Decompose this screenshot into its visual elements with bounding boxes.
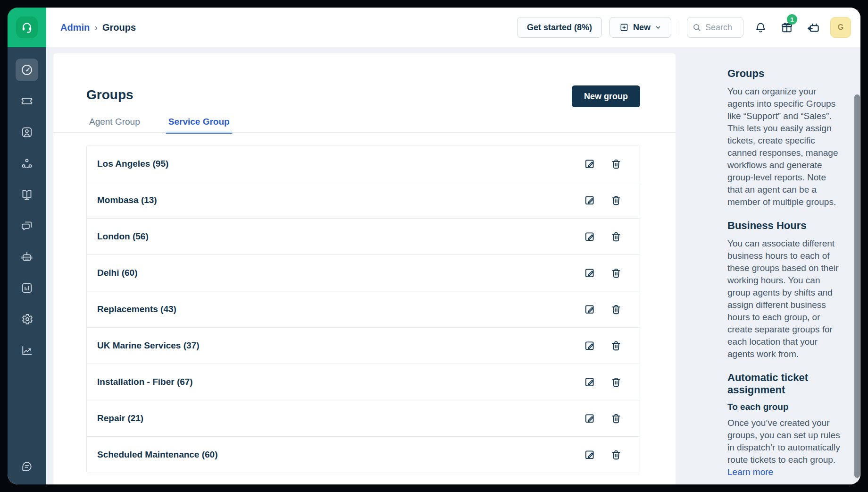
search-icon xyxy=(692,23,701,32)
group-name: Replacements (43) xyxy=(97,304,176,314)
row-actions xyxy=(583,303,623,316)
analytics-line-chart-icon xyxy=(20,344,33,357)
edit-icon[interactable] xyxy=(583,194,596,207)
row-actions xyxy=(583,230,623,243)
help-groups-body: You can organize your agents into specif… xyxy=(727,85,843,208)
get-started-button[interactable]: Get started (8%) xyxy=(517,17,602,38)
group-row[interactable]: Scheduled Maintenance (60) xyxy=(87,436,640,473)
trash-icon[interactable] xyxy=(609,230,623,243)
trash-icon[interactable] xyxy=(609,339,623,352)
trash-icon[interactable] xyxy=(609,303,623,316)
group-row[interactable]: Repair (21) xyxy=(87,400,640,436)
edit-icon[interactable] xyxy=(583,448,596,461)
help-groups-title: Groups xyxy=(727,68,843,80)
group-row[interactable]: Replacements (43) xyxy=(87,291,640,327)
dashboard-gauge-icon xyxy=(20,63,33,76)
breadcrumb-admin-link[interactable]: Admin xyxy=(60,22,90,33)
forums-chat-icon xyxy=(20,219,33,232)
sidebar-item-forums[interactable] xyxy=(16,214,38,237)
help-panel: Groups You can organize your agents into… xyxy=(714,53,847,484)
trash-icon[interactable] xyxy=(609,412,623,425)
content-area: Groups New group Agent Group Service Gro… xyxy=(46,47,860,484)
help-each-group-title: To each group xyxy=(727,402,843,412)
row-actions xyxy=(583,157,623,170)
admin-gear-icon xyxy=(20,313,33,326)
trash-icon[interactable] xyxy=(609,194,623,207)
contacts-icon xyxy=(20,126,33,139)
edit-icon[interactable] xyxy=(583,230,596,243)
bell-icon xyxy=(754,21,767,34)
learn-more-link[interactable]: Learn more xyxy=(727,467,773,477)
sidebar-item-contacts[interactable] xyxy=(16,121,38,144)
new-group-button[interactable]: New group xyxy=(572,85,640,107)
ticket-icon xyxy=(20,94,33,108)
group-name: UK Marine Services (37) xyxy=(97,340,200,351)
switcher-button[interactable] xyxy=(804,18,823,37)
sidebar-item-reports[interactable] xyxy=(16,277,38,299)
group-row[interactable]: London (56) xyxy=(87,218,640,254)
sidebar-item-solutions[interactable] xyxy=(16,183,38,206)
group-list: Los Angeles (95) xyxy=(86,145,640,473)
trash-icon[interactable] xyxy=(609,375,623,389)
freshdesk-logo[interactable] xyxy=(8,8,46,47)
tab-bar: Agent Group Service Group xyxy=(86,114,233,134)
sidebar-item-bots[interactable] xyxy=(16,246,38,268)
reports-bar-chart-icon xyxy=(20,281,33,295)
trash-icon[interactable] xyxy=(609,448,623,461)
edit-icon[interactable] xyxy=(583,339,596,352)
new-dropdown-button[interactable]: New xyxy=(609,17,671,38)
edit-icon[interactable] xyxy=(583,157,596,170)
tab-divider xyxy=(53,132,676,133)
group-row[interactable]: Los Angeles (95) xyxy=(87,145,640,182)
edit-icon[interactable] xyxy=(583,375,596,389)
solutions-book-icon xyxy=(20,188,33,201)
breadcrumb: Admin › Groups xyxy=(60,22,136,33)
help-each-group-text: Once you’ve created your groups, you can… xyxy=(727,418,840,465)
sidebar-item-admin[interactable] xyxy=(16,308,38,331)
get-started-label: Get started (8%) xyxy=(527,23,592,33)
sidebar-item-help-widget[interactable] xyxy=(16,455,38,478)
tab-service-group[interactable]: Service Group xyxy=(166,114,233,134)
group-row[interactable]: Installation - Fiber (67) xyxy=(87,364,640,400)
sidebar-item-tickets[interactable] xyxy=(16,90,38,112)
group-row[interactable]: Delhi (60) xyxy=(87,254,640,291)
group-name: Los Angeles (95) xyxy=(97,159,168,169)
headset-icon xyxy=(16,17,38,38)
help-auto-title: Automatic ticket assignment xyxy=(727,372,843,396)
group-name: Scheduled Maintenance (60) xyxy=(97,450,218,460)
help-business-body: You can associate different business hou… xyxy=(727,238,843,360)
sidebar-item-customers[interactable] xyxy=(16,152,38,175)
row-actions xyxy=(583,375,623,389)
sidebar xyxy=(8,8,46,484)
header-divider xyxy=(679,20,679,34)
sidebar-item-dashboard[interactable] xyxy=(16,59,38,81)
groups-card: Groups New group Agent Group Service Gro… xyxy=(53,53,676,484)
vertical-scrollbar[interactable] xyxy=(854,94,860,478)
gift-badge: 1 xyxy=(787,14,797,25)
page-title: Groups xyxy=(86,87,134,102)
row-actions xyxy=(583,412,623,425)
breadcrumb-chevron-icon: › xyxy=(94,22,98,33)
row-actions xyxy=(583,194,623,207)
top-header: Admin › Groups Get started (8%) New xyxy=(46,8,860,47)
edit-icon[interactable] xyxy=(583,266,596,280)
search-input[interactable] xyxy=(705,23,738,33)
avatar[interactable]: G xyxy=(830,17,851,38)
trash-icon[interactable] xyxy=(609,157,623,170)
row-actions xyxy=(583,448,623,461)
edit-icon[interactable] xyxy=(583,303,596,316)
trash-icon[interactable] xyxy=(609,266,623,280)
group-row[interactable]: Mombasa (13) xyxy=(87,182,640,218)
tab-agent-group[interactable]: Agent Group xyxy=(86,114,143,134)
edit-icon[interactable] xyxy=(583,412,596,425)
notifications-button[interactable] xyxy=(751,18,770,37)
customers-org-icon xyxy=(20,157,33,170)
row-actions xyxy=(583,266,623,280)
group-row[interactable]: UK Marine Services (37) xyxy=(87,327,640,364)
whats-new-button[interactable]: 1 xyxy=(777,18,796,37)
search-box[interactable] xyxy=(687,17,743,38)
group-name: Repair (21) xyxy=(97,413,143,424)
sidebar-item-analytics[interactable] xyxy=(16,339,38,362)
group-name: Installation - Fiber (67) xyxy=(97,377,193,387)
group-name: Delhi (60) xyxy=(97,268,138,278)
